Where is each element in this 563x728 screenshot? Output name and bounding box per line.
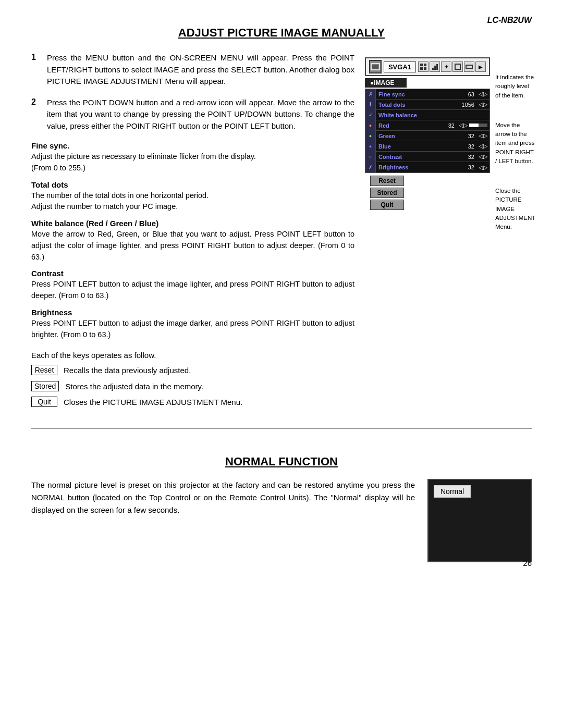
- contrast-value: 32: [458, 154, 476, 160]
- arrow-icon: ▶: [475, 61, 486, 72]
- brightness-section: Brightness Press POINT LEFT button to ad…: [31, 308, 354, 341]
- blue-row: ● Blue 32 ◁▷: [365, 141, 489, 152]
- quit-desc: Closes the PICTURE IMAGE ADJUSTMENT Menu…: [64, 397, 242, 409]
- step1-text: Press the MENU button and the ON-SCREEN …: [47, 52, 354, 88]
- total-dots-value: 1056: [458, 102, 476, 108]
- stored-badge: Stored: [31, 381, 59, 391]
- normal-body-text: The normal picture level is preset on th…: [31, 479, 415, 516]
- stored-btn: Stored: [370, 188, 404, 198]
- reset-row: Reset Recalls the data previously adjust…: [31, 365, 354, 377]
- normal-content-area: The normal picture level is preset on th…: [31, 479, 532, 562]
- red-arrows: ◁▷: [457, 122, 489, 129]
- svga1-label: SVGA1: [384, 61, 416, 72]
- contrast-icon: ○: [365, 152, 376, 162]
- fine-sync-section: Fine sync. Adjust the picture as necessa…: [31, 141, 354, 174]
- svg-rect-10: [466, 65, 472, 68]
- image-label-container: ●IMAGE: [365, 78, 490, 88]
- normal-image-box: Normal: [427, 479, 532, 562]
- menu-image-icon: [369, 60, 382, 73]
- fine-sync-title: Fine sync.: [31, 141, 354, 150]
- fine-sync-icon: ✗: [365, 89, 376, 100]
- total-dots-title: Total dots: [31, 180, 354, 189]
- side-annotations: It indicates the roughly level of the it…: [495, 57, 535, 231]
- annotation1: It indicates the roughly level of the it…: [495, 73, 535, 100]
- step2-text: Press the POINT DOWN button and a red-ar…: [47, 97, 354, 132]
- svg-rect-1: [372, 65, 378, 69]
- step1-number: 1: [31, 52, 41, 88]
- svg-rect-4: [420, 67, 423, 70]
- stored-desc: Stores the adjusted data in the memory.: [65, 381, 203, 393]
- fine-sync-arrows: ◁▷: [476, 91, 489, 97]
- star-icon: ✦: [441, 61, 451, 72]
- bar-icon: [430, 61, 440, 72]
- section-divider: [31, 428, 532, 429]
- quit-btn: Quit: [370, 200, 404, 210]
- svg-rect-6: [432, 68, 434, 70]
- green-icon: ●: [365, 131, 376, 141]
- contrast-row: ○ Contrast 32 ◁▷: [365, 152, 489, 162]
- total-dots-section: Total dots The number of the total dots …: [31, 180, 354, 213]
- content-area: 1 Press the MENU button and the ON-SCREE…: [31, 52, 532, 413]
- white-balance-icon: ✓: [365, 110, 376, 120]
- reset-desc: Recalls the data previously adjusted.: [64, 365, 191, 377]
- page: LC-NB2UW ADJUST PICTURE IMAGE MANUALLY 1…: [0, 0, 563, 583]
- contrast-title: Contrast: [31, 269, 354, 278]
- red-icon: ●: [365, 120, 376, 131]
- red-menu-label: Red: [376, 122, 438, 129]
- brightness-title: Brightness: [31, 308, 354, 317]
- brightness-icon: ✗: [365, 162, 376, 172]
- reset-btn: Reset: [370, 176, 404, 186]
- annotation2: Move the arrow to the item and press POI…: [495, 121, 535, 166]
- svg-rect-9: [455, 64, 460, 69]
- menu-main-area: SVGA1 ✦: [365, 57, 490, 231]
- green-menu-label: Green: [376, 133, 458, 139]
- close-label: Close the PICTURE IMAGE ADJUSTMENT Menu.: [495, 187, 535, 231]
- menu-icons-row: ✦ ▶: [418, 61, 486, 72]
- normal-section-title: NORMAL FUNCTION: [31, 455, 532, 468]
- svg-rect-8: [436, 64, 438, 70]
- normal-section: NORMAL FUNCTION The normal picture level…: [31, 450, 532, 562]
- contrast-section: Contrast Press POINT LEFT button to adju…: [31, 269, 354, 302]
- brightness-row: ✗ Brightness 32 ◁▷: [365, 162, 489, 172]
- white-balance-title: White balance (Red / Green / Blue): [31, 219, 354, 228]
- quit-row: Quit Closes the PICTURE IMAGE ADJUSTMENT…: [31, 397, 354, 409]
- page-number: 26: [523, 559, 532, 567]
- brightness-value: 32: [458, 164, 476, 170]
- grid-icon: [418, 61, 429, 72]
- white-balance-section: White balance (Red / Green / Blue) Move …: [31, 219, 354, 263]
- fine-sync-body: Adjust the picture as necessary to elimi…: [31, 151, 354, 174]
- total-dots-icon: I: [365, 100, 376, 110]
- svg-rect-5: [424, 67, 426, 70]
- rect-icon: [464, 61, 474, 72]
- green-value: 32: [458, 133, 476, 139]
- svg-rect-2: [420, 64, 423, 66]
- brightness-menu-label: Brightness: [376, 164, 458, 170]
- fine-sync-row: ✗ Fine sync 63 ◁▷: [365, 89, 489, 100]
- left-column: 1 Press the MENU button and the ON-SCREE…: [31, 52, 354, 413]
- reset-badge: Reset: [31, 365, 57, 375]
- green-row: ● Green 32 ◁▷: [365, 131, 489, 141]
- red-value: 32: [438, 122, 457, 129]
- total-dots-arrows: ◁▷: [476, 101, 489, 108]
- right-side-layout: SVGA1 ✦: [365, 57, 532, 231]
- red-row: ● Red 32 ◁▷: [365, 120, 489, 131]
- right-column: SVGA1 ✦: [365, 52, 532, 413]
- total-dots-body: The number of the total dots in one hori…: [31, 190, 354, 213]
- step2-number: 2: [31, 97, 41, 132]
- model-number: LC-NB2UW: [487, 16, 532, 25]
- svg-rect-3: [424, 64, 426, 66]
- keys-intro: Each of the keys operates as follow.: [31, 351, 354, 360]
- square-icon: [452, 61, 463, 72]
- svg-rect-7: [434, 66, 436, 70]
- white-balance-body: Move the arrow to Red, Green, or Blue th…: [31, 229, 354, 263]
- fine-sync-menu-label: Fine sync: [376, 91, 458, 97]
- brightness-arrows: ◁▷: [476, 164, 489, 171]
- menu-table: ✗ Fine sync 63 ◁▷ I Total dots 1056 ◁▷: [365, 89, 490, 173]
- contrast-arrows: ◁▷: [476, 153, 489, 160]
- step-2: 2 Press the POINT DOWN button and a red-…: [31, 97, 354, 132]
- stored-row: Stored Stores the adjusted data in the m…: [31, 381, 354, 393]
- contrast-body: Press POINT LEFT button to adjust the im…: [31, 279, 354, 302]
- total-dots-menu-label: Total dots: [376, 102, 458, 108]
- total-dots-row: I Total dots 1056 ◁▷: [365, 100, 489, 110]
- contrast-menu-label: Contrast: [376, 154, 458, 160]
